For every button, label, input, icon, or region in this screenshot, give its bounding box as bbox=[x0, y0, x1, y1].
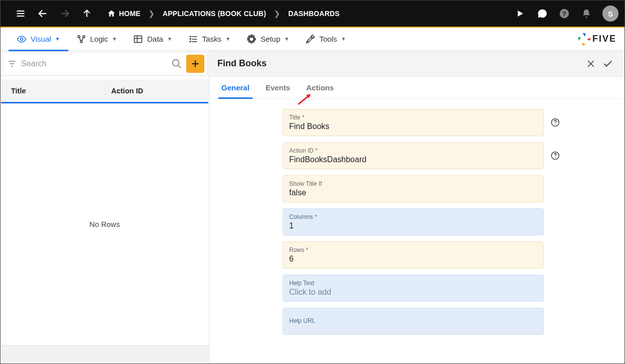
right-panel: Find Books General Events Actions Title … bbox=[209, 51, 624, 363]
breadcrumb-home-label: HOME bbox=[119, 10, 141, 18]
brand-logo: FIVE bbox=[579, 34, 616, 44]
tab-setup-label: Setup bbox=[261, 35, 280, 43]
breadcrumb-apps[interactable]: APPLICATIONS (BOOK CLUB) bbox=[158, 10, 271, 18]
showtitle-field-label: Show Title If bbox=[289, 180, 537, 187]
tasks-icon bbox=[188, 34, 198, 44]
back-icon[interactable] bbox=[34, 5, 52, 23]
detail-tab-general-label: General bbox=[221, 83, 249, 92]
helpurl-field[interactable]: Help URL bbox=[283, 308, 544, 335]
gear-icon bbox=[246, 34, 257, 44]
actionid-field-value: FindBooksDashboard bbox=[289, 155, 537, 164]
columns-field-label: Columns * bbox=[289, 213, 537, 220]
breadcrumb-dashboards-label: DASHBOARDS bbox=[288, 10, 339, 18]
chevron-down-icon: ▼ bbox=[341, 36, 346, 42]
svg-line-22 bbox=[178, 65, 181, 68]
detail-tabs: General Events Actions bbox=[209, 77, 624, 99]
comment-icon[interactable] bbox=[533, 5, 551, 23]
actionid-field-label: Action ID * bbox=[289, 147, 537, 154]
helptext-field-label: Help Text bbox=[289, 280, 537, 287]
brand-logo-text: FIVE bbox=[592, 34, 616, 44]
list-header: Title Action ID bbox=[1, 79, 208, 103]
actionid-field[interactable]: Action ID * FindBooksDashboard bbox=[283, 142, 544, 169]
tab-data-label: Data bbox=[147, 35, 163, 43]
search-bar bbox=[2, 52, 208, 76]
breadcrumb-apps-label: APPLICATIONS (BOOK CLUB) bbox=[163, 10, 266, 18]
chevron-down-icon: ▼ bbox=[112, 36, 117, 42]
column-actionid[interactable]: Action ID bbox=[105, 87, 209, 95]
chevron-down-icon: ▼ bbox=[167, 36, 172, 42]
svg-point-21 bbox=[173, 60, 179, 66]
add-button[interactable] bbox=[186, 55, 204, 73]
breadcrumb-home[interactable]: HOME bbox=[102, 9, 146, 18]
plus-icon bbox=[190, 59, 200, 69]
tab-setup[interactable]: Setup ▼ bbox=[238, 28, 297, 51]
tab-visual[interactable]: Visual ▼ bbox=[9, 28, 68, 51]
breadcrumb-dashboards[interactable]: DASHBOARDS bbox=[283, 10, 344, 18]
showtitle-field-value: false bbox=[289, 188, 537, 197]
play-icon[interactable] bbox=[511, 5, 529, 23]
form-area: Title * Find Books Action ID * FindBooks… bbox=[209, 99, 624, 363]
help-icon[interactable] bbox=[547, 151, 564, 161]
close-icon bbox=[586, 59, 596, 69]
svg-point-28 bbox=[555, 124, 556, 125]
page-title: Find Books bbox=[217, 58, 267, 69]
left-footer bbox=[1, 345, 208, 363]
detail-tab-events[interactable]: Events bbox=[258, 77, 298, 98]
logic-icon bbox=[76, 34, 86, 44]
tab-data[interactable]: Data ▼ bbox=[125, 28, 180, 51]
rows-field-label: Rows * bbox=[289, 247, 537, 254]
left-panel: Title Action ID No Rows bbox=[1, 51, 209, 363]
tab-tasks[interactable]: Tasks ▼ bbox=[180, 28, 238, 51]
title-field[interactable]: Title * Find Books bbox=[283, 109, 544, 136]
breadcrumb: HOME ❯ APPLICATIONS (BOOK CLUB) ❯ DASHBO… bbox=[102, 9, 345, 18]
columns-field-value: 1 bbox=[289, 221, 537, 230]
help-icon[interactable] bbox=[547, 117, 564, 128]
search-input[interactable] bbox=[21, 59, 167, 68]
save-button[interactable] bbox=[599, 55, 616, 72]
search-icon[interactable] bbox=[171, 58, 182, 69]
help-icon[interactable]: ? bbox=[555, 5, 573, 23]
detail-tab-general[interactable]: General bbox=[213, 77, 258, 98]
columns-field[interactable]: Columns * 1 bbox=[283, 208, 544, 235]
svg-point-8 bbox=[21, 38, 23, 40]
tab-tools-label: Tools bbox=[319, 35, 337, 43]
rows-field-value: 6 bbox=[289, 255, 537, 264]
detail-tab-actions[interactable]: Actions bbox=[298, 77, 342, 98]
svg-point-30 bbox=[555, 157, 556, 158]
menu-icon[interactable] bbox=[12, 5, 30, 23]
avatar-letter: S bbox=[608, 10, 613, 18]
svg-text:?: ? bbox=[562, 10, 566, 18]
top-bar: HOME ❯ APPLICATIONS (BOOK CLUB) ❯ DASHBO… bbox=[1, 1, 624, 28]
detail-tab-events-label: Events bbox=[266, 83, 290, 92]
brand-logo-icon bbox=[579, 34, 589, 44]
helptext-field[interactable]: Help Text Click to add bbox=[283, 275, 544, 302]
close-button[interactable] bbox=[582, 55, 599, 72]
tab-logic[interactable]: Logic ▼ bbox=[68, 28, 126, 51]
detail-tab-actions-label: Actions bbox=[306, 83, 334, 92]
no-rows-message: No Rows bbox=[1, 103, 208, 345]
tab-logic-label: Logic bbox=[90, 35, 108, 43]
helpurl-field-label: Help URL bbox=[289, 317, 537, 324]
forward-icon bbox=[56, 5, 74, 23]
detail-header: Find Books bbox=[209, 51, 624, 77]
tab-tasks-label: Tasks bbox=[202, 35, 221, 43]
rows-field[interactable]: Rows * 6 bbox=[283, 241, 544, 269]
home-icon bbox=[107, 9, 116, 18]
tab-visual-label: Visual bbox=[31, 35, 51, 43]
chevron-down-icon: ▼ bbox=[55, 36, 60, 42]
column-title[interactable]: Title bbox=[1, 87, 105, 95]
table-icon bbox=[133, 34, 143, 44]
up-icon[interactable] bbox=[78, 5, 96, 23]
tools-icon bbox=[305, 34, 315, 44]
title-field-label: Title * bbox=[289, 114, 537, 121]
bell-icon[interactable] bbox=[577, 5, 595, 23]
title-field-value: Find Books bbox=[289, 122, 537, 131]
tab-tools[interactable]: Tools ▼ bbox=[297, 28, 354, 51]
avatar[interactable]: S bbox=[602, 6, 618, 22]
secondary-nav: Visual ▼ Logic ▼ Data ▼ Tasks ▼ Setup ▼ … bbox=[1, 28, 624, 51]
chevron-down-icon: ▼ bbox=[284, 36, 289, 42]
chevron-right-icon: ❯ bbox=[273, 10, 281, 18]
filter-icon[interactable] bbox=[7, 59, 17, 69]
showtitle-field[interactable]: Show Title If false bbox=[283, 175, 544, 202]
svg-rect-12 bbox=[135, 36, 142, 42]
